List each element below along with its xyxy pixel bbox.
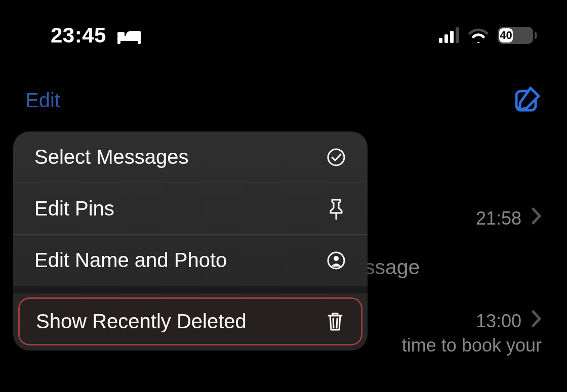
- compose-icon[interactable]: [513, 86, 542, 114]
- menu-item-select-messages[interactable]: Select Messages: [13, 132, 368, 183]
- battery-percent-label: 40: [500, 29, 512, 42]
- svg-point-5: [328, 149, 344, 165]
- svg-rect-1: [117, 32, 125, 37]
- menu-item-edit-pins[interactable]: Edit Pins: [13, 183, 368, 235]
- pin-icon: [326, 198, 346, 220]
- chevron-right-icon: [532, 207, 542, 229]
- status-time: 23:45: [51, 23, 106, 48]
- status-left: 23:45: [51, 23, 142, 48]
- svg-rect-2: [117, 40, 120, 44]
- checkmark-circle-icon: [326, 147, 346, 167]
- person-circle-icon: [326, 250, 346, 271]
- svg-rect-3: [138, 40, 141, 44]
- menu-item-show-recently-deleted[interactable]: Show Recently Deleted: [18, 297, 362, 345]
- menu-separator: [13, 286, 368, 293]
- trash-icon: [326, 311, 345, 333]
- conversation-time: 21:58: [476, 208, 521, 229]
- svg-point-8: [334, 256, 339, 261]
- battery-indicator: 40: [498, 27, 537, 44]
- conversation-preview-fragment: ssage: [364, 255, 420, 279]
- edit-button[interactable]: Edit: [25, 89, 60, 112]
- svg-line-10: [337, 319, 337, 328]
- svg-line-9: [333, 319, 334, 328]
- conversation-time: 13:00: [476, 311, 521, 332]
- nav-bar: Edit: [0, 86, 567, 114]
- status-bar: 23:45 40: [0, 20, 567, 51]
- cellular-signal-icon: [439, 28, 459, 43]
- menu-item-label: Show Recently Deleted: [36, 310, 247, 333]
- wifi-icon: [468, 28, 489, 43]
- menu-item-label: Edit Pins: [34, 197, 114, 220]
- menu-item-label: Edit Name and Photo: [34, 249, 227, 272]
- menu-item-edit-name-photo[interactable]: Edit Name and Photo: [13, 235, 368, 286]
- chevron-right-icon: [532, 310, 542, 332]
- menu-item-label: Select Messages: [34, 146, 189, 168]
- edit-menu: Select Messages Edit Pins Edit Name and …: [13, 132, 368, 351]
- status-right: 40: [439, 27, 537, 44]
- sleep-focus-icon: [116, 26, 142, 45]
